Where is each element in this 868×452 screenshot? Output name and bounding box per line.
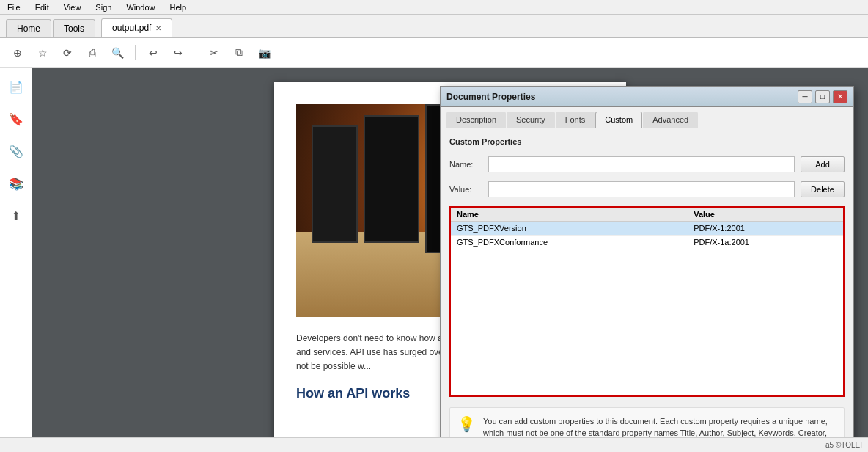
- value-label: Value:: [449, 185, 482, 194]
- tab-security[interactable]: Security: [507, 112, 555, 128]
- left-sidebar: 📄 🔖 📎 📚 ⬆: [0, 68, 32, 437]
- app-window: File Edit View Sign Window Help Home Too…: [0, 0, 868, 452]
- tab-doc-label: output.pdf: [112, 23, 151, 33]
- refresh-icon: ⟳: [63, 47, 72, 59]
- toolbar-separator-2: [196, 45, 196, 60]
- properties-table-container: Name Value GTS_PDFXVersionPDF/X-1:2001GT…: [449, 206, 845, 397]
- tab-home[interactable]: Home: [6, 19, 51, 37]
- bookmark-icon: 🔖: [9, 112, 23, 126]
- redo-icon: ↪: [174, 47, 183, 59]
- dialog-close-button[interactable]: ✕: [833, 90, 847, 103]
- camera-icon: 📷: [258, 47, 271, 59]
- redo-button[interactable]: ↪: [168, 43, 188, 63]
- print-icon: ⎙: [89, 47, 95, 59]
- pages-icon: 📄: [9, 80, 23, 94]
- delete-button[interactable]: Delete: [801, 181, 845, 197]
- table-cell-value: PDF/X-1a:2001: [688, 236, 843, 249]
- menu-sign[interactable]: Sign: [91, 1, 116, 13]
- dialog-title: Document Properties: [446, 92, 535, 102]
- new-icon: ⊕: [13, 47, 22, 59]
- tab-close-icon[interactable]: ✕: [155, 24, 161, 32]
- undo-icon: ↩: [149, 47, 158, 59]
- name-label: Name:: [449, 160, 482, 169]
- layers-icon: 📚: [9, 177, 23, 191]
- col-value-header: Value: [688, 208, 843, 222]
- cut-button[interactable]: ✂: [204, 43, 224, 63]
- tab-fonts[interactable]: Fonts: [556, 112, 595, 128]
- menu-view[interactable]: View: [59, 1, 86, 13]
- menu-help[interactable]: Help: [166, 1, 191, 13]
- value-input[interactable]: [488, 181, 795, 197]
- table-row[interactable]: GTS_PDFXVersionPDF/X-1:2001: [451, 222, 843, 236]
- add-button[interactable]: Add: [801, 156, 845, 172]
- upload-icon: ⬆: [11, 209, 21, 223]
- dialog-minimize-button[interactable]: ─: [798, 90, 812, 103]
- search-button[interactable]: 🔍: [107, 43, 128, 63]
- table-cell-name: GTS_PDFXVersion: [451, 222, 688, 236]
- star-icon: ☆: [38, 47, 48, 59]
- table-cell-name: GTS_PDFXConformance: [451, 236, 688, 249]
- tab-bar: Home Tools output.pdf ✕: [0, 15, 868, 38]
- search-icon: 🔍: [111, 47, 124, 59]
- tab-tools[interactable]: Tools: [53, 19, 95, 37]
- tab-document[interactable]: output.pdf ✕: [101, 18, 172, 37]
- sidebar-upload[interactable]: ⬆: [4, 204, 28, 227]
- info-section: 💡 You can add custom properties to this …: [449, 407, 845, 438]
- menu-window[interactable]: Window: [122, 1, 159, 13]
- dialog-titlebar: Document Properties ─ □ ✕: [441, 87, 853, 107]
- toolbar-separator-1: [135, 45, 136, 60]
- menu-edit[interactable]: Edit: [31, 1, 54, 13]
- cut-icon: ✂: [210, 47, 218, 59]
- tab-description[interactable]: Description: [446, 112, 506, 128]
- dialog-body: Custom Properties Name: Add Value: Delet…: [441, 128, 853, 437]
- bookmark-button[interactable]: ☆: [32, 43, 53, 63]
- menu-file[interactable]: File: [3, 1, 25, 13]
- col-name-header: Name: [451, 208, 688, 222]
- copy-button[interactable]: ⧉: [229, 43, 249, 63]
- sidebar-bookmarks[interactable]: 🔖: [4, 107, 28, 131]
- section-title: Custom Properties: [449, 137, 845, 146]
- snapshot-button[interactable]: 📷: [254, 43, 274, 63]
- dialog-tab-bar: Description Security Fonts Custom Advanc…: [441, 107, 853, 128]
- copy-icon: ⧉: [235, 46, 243, 59]
- sidebar-pages[interactable]: 📄: [4, 75, 28, 98]
- info-icon: 💡: [457, 415, 476, 433]
- sidebar-layers[interactable]: 📚: [4, 172, 28, 195]
- dialog-controls: ─ □ ✕: [798, 90, 847, 103]
- status-bar: a5 ©TOLEI: [0, 437, 868, 452]
- status-text: a5 ©TOLEI: [825, 441, 862, 449]
- table-header-row: Name Value: [451, 208, 843, 222]
- name-row: Name: Add: [449, 156, 845, 172]
- main-content: 📄 🔖 📎 📚 ⬆: [0, 68, 868, 437]
- attachment-icon: 📎: [9, 145, 23, 158]
- new-button[interactable]: ⊕: [7, 43, 28, 63]
- properties-table: Name Value GTS_PDFXVersionPDF/X-1:2001GT…: [451, 208, 843, 249]
- table-row[interactable]: GTS_PDFXConformancePDF/X-1a:2001: [451, 236, 843, 249]
- sidebar-attachments[interactable]: 📎: [4, 139, 28, 163]
- print-button[interactable]: ⎙: [82, 43, 103, 63]
- monitor-left: [312, 125, 358, 243]
- value-row: Value: Delete: [449, 181, 845, 197]
- info-text: You can add custom properties to this do…: [483, 415, 836, 438]
- undo-button[interactable]: ↩: [143, 43, 163, 63]
- dialog-maximize-button[interactable]: □: [815, 90, 830, 103]
- table-cell-value: PDF/X-1:2001: [688, 222, 843, 236]
- tab-custom[interactable]: Custom: [595, 112, 642, 128]
- name-input[interactable]: [488, 156, 795, 172]
- document-properties-dialog: Document Properties ─ □ ✕ Description Se…: [440, 86, 854, 437]
- menu-bar: File Edit View Sign Window Help: [0, 0, 868, 15]
- tab-advanced[interactable]: Advanced: [643, 112, 698, 128]
- refresh-button[interactable]: ⟳: [57, 43, 78, 63]
- monitor-mid: [364, 115, 419, 243]
- toolbar: ⊕ ☆ ⟳ ⎙ 🔍 ↩ ↪ ✂ ⧉ 📷: [0, 38, 868, 68]
